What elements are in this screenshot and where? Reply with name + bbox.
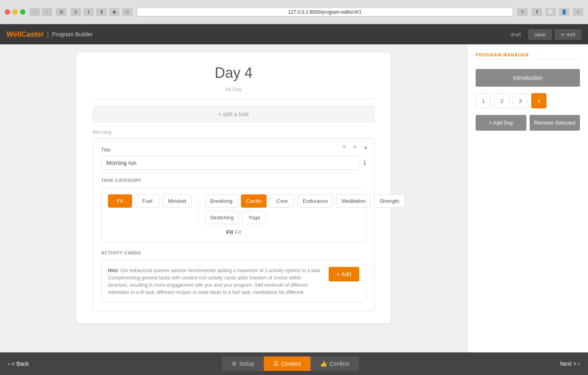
browser-actions: ⬆ ⬜ 👤 +	[532, 8, 583, 16]
address-bar[interactable]: 127.0.0.1:8000/program-editor/#/1	[137, 8, 513, 17]
category-core-button[interactable]: Core	[270, 194, 294, 208]
title-label: Title	[101, 147, 366, 153]
setup-tab-label: Setup	[239, 360, 254, 367]
category-group-sub: Breathing Cardio Core Endurance Meditati…	[205, 194, 405, 224]
exit-button[interactable]: ↩ exit	[555, 29, 582, 40]
maximize-button[interactable]	[20, 9, 25, 15]
hint-add-row: Hint: Our behavioral science advisor rec…	[108, 267, 359, 296]
category-stretching-button[interactable]: Stretching	[205, 211, 239, 224]
title-input-row: ℹ	[101, 156, 366, 170]
task-block: ✕ ✛ ▲ Title ℹ TASK CATEGORY	[93, 138, 375, 311]
next-chevron-icon: ›	[578, 360, 580, 367]
exit-label: exit	[567, 31, 575, 38]
sidebar-header: PROGRAM MANAGER	[476, 52, 580, 62]
nav-buttons: ‹ ›	[29, 8, 52, 16]
add-day-button[interactable]: + Add Day	[476, 115, 526, 131]
hint-text: Hint: Our behavioral science advisor rec…	[108, 267, 322, 296]
extension-icon-2[interactable]: ℹ	[83, 8, 94, 16]
collapse-task-button[interactable]: ▲	[361, 143, 370, 151]
category-display-main: Fit	[226, 229, 233, 235]
extension-icon-1[interactable]: A	[70, 8, 81, 16]
day-2-button[interactable]: 2	[494, 93, 509, 108]
forward-nav-button[interactable]: ›	[41, 8, 52, 16]
sidebar-divider	[476, 59, 580, 59]
reload-icon[interactable]: ↻	[517, 8, 528, 16]
next-label: Next >	[560, 360, 576, 367]
day-3-button[interactable]: 3	[513, 93, 528, 108]
category-yoga-button[interactable]: Yoga	[242, 211, 266, 224]
day-title: Day 4	[93, 65, 375, 81]
browser-chrome: ‹ › ⊞ A ℹ ⬇ ◉ ⬡ 127.0.0.1:8000/program-e…	[0, 0, 588, 24]
sidebar-actions: + Add Day Remove Selected	[476, 115, 580, 131]
bottom-nav: ‹ < Back ⚙ Setup ☰ Content 👍 Confirm Nex…	[0, 352, 588, 375]
app-header: WellCaster | Program Builder draft save …	[0, 24, 588, 44]
content-tab[interactable]: ☰ Content	[264, 356, 311, 371]
profile-icon[interactable]: 👤	[559, 8, 569, 16]
sidebar: PROGRAM MANAGER Introduction 1 2 3 4 + A…	[467, 44, 588, 352]
sub-category-row-2: Stretching Yoga	[205, 211, 405, 224]
category-fuel-button[interactable]: Fuel	[135, 194, 159, 208]
extension-icon-4[interactable]: ◉	[109, 8, 120, 16]
main-layout: Day 4 All Day + add a task Morning ✕ ✛ ▲…	[0, 44, 588, 352]
day-1-button[interactable]: 1	[476, 93, 491, 108]
back-label: < Back	[12, 360, 29, 367]
reading-list-icon[interactable]: ⬜	[545, 8, 556, 16]
category-groups: Fit Fuel Mindset Breathing Cardio Core	[108, 194, 359, 224]
brand-name: WellCaster	[6, 30, 44, 39]
new-tab-icon[interactable]: +	[573, 8, 583, 16]
brand-separator: |	[47, 31, 49, 38]
introduction-button[interactable]: Introduction	[476, 69, 580, 87]
add-activity-button[interactable]: + Add	[329, 267, 359, 281]
category-meditation-button[interactable]: Meditation	[336, 194, 371, 208]
remove-selected-button[interactable]: Remove Selected	[530, 115, 580, 131]
category-cardio-button[interactable]: Cardio	[241, 194, 267, 208]
category-display-sub: Fit	[235, 229, 241, 235]
category-strength-button[interactable]: Strength	[374, 194, 404, 208]
move-task-button[interactable]: ✛	[351, 143, 359, 151]
hint-label: Hint:	[108, 268, 119, 273]
task-title-input[interactable]	[101, 156, 360, 170]
setup-tab[interactable]: ⚙ Setup	[222, 356, 264, 371]
setup-gear-icon: ⚙	[232, 360, 237, 367]
activity-section: ACTIVITY CARDS Hint: Our behavioral scie…	[101, 250, 366, 303]
category-section-label: TASK CATEGORY	[101, 178, 366, 183]
tab-grid-icon[interactable]: ⊞	[56, 8, 66, 16]
extension-icon-5[interactable]: ⬡	[122, 8, 133, 16]
add-task-bar[interactable]: + add a task	[93, 106, 375, 123]
content-tab-label: Content	[281, 360, 301, 367]
save-button[interactable]: save	[528, 29, 552, 40]
category-display: Fit Fit	[108, 229, 359, 235]
info-icon[interactable]: ℹ	[363, 158, 366, 167]
back-button[interactable]: ‹ < Back	[8, 360, 29, 367]
category-mindset-button[interactable]: Mindset	[163, 194, 192, 208]
category-endurance-button[interactable]: Endurance	[297, 194, 333, 208]
draft-status: draft	[510, 31, 521, 38]
category-breathing-button[interactable]: Breathing	[205, 194, 238, 208]
back-nav-button[interactable]: ‹	[29, 8, 40, 16]
confirm-icon: 👍	[320, 360, 327, 367]
extension-icon-3[interactable]: ⬇	[96, 8, 107, 16]
day-card: Day 4 All Day + add a task Morning ✕ ✛ ▲…	[77, 52, 391, 323]
day-subtitle: All Day	[93, 86, 375, 99]
next-button[interactable]: Next > ›	[560, 360, 580, 367]
category-fit-button[interactable]: Fit	[108, 194, 132, 208]
main-category-row: Fit Fuel Mindset	[108, 194, 192, 208]
close-button[interactable]	[5, 9, 10, 15]
confirm-tab[interactable]: 👍 Confirm	[311, 356, 359, 371]
nav-tabs: ⚙ Setup ☰ Content 👍 Confirm	[222, 356, 359, 371]
brand-subtitle: Program Builder	[52, 31, 93, 38]
hint-body: Our behavioral science advisor recommend…	[108, 268, 321, 295]
section-label: Morning	[93, 129, 375, 135]
task-category-section: TASK CATEGORY Fit Fuel Mindset	[101, 178, 366, 242]
share-icon[interactable]: ⬆	[532, 8, 542, 16]
sidebar-title: PROGRAM MANAGER	[476, 52, 580, 57]
minimize-button[interactable]	[12, 9, 18, 15]
exit-arrow-icon: ↩	[561, 31, 565, 38]
content-icon: ☰	[273, 360, 279, 367]
category-container: Fit Fuel Mindset Breathing Cardio Core	[101, 188, 366, 242]
content-area: Day 4 All Day + add a task Morning ✕ ✛ ▲…	[0, 44, 467, 352]
day-numbers: 1 2 3 4	[476, 93, 580, 108]
remove-task-button[interactable]: ✕	[340, 143, 348, 151]
day-4-button[interactable]: 4	[531, 93, 547, 108]
back-chevron-icon: ‹	[8, 360, 10, 367]
